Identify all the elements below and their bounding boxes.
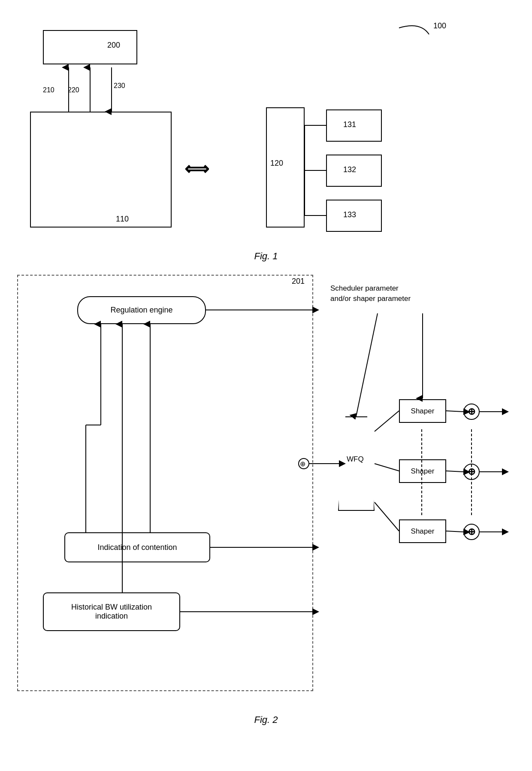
scheduler-param-label: Scheduler parameter and/or shaper parame…	[330, 284, 411, 303]
plus-3-icon: ⊕	[468, 526, 475, 537]
plus-1-icon: ⊕	[468, 406, 475, 417]
fig2-container: 201 Regulation engine Indication of cont…	[17, 275, 515, 725]
contention-box: Indication of contention	[64, 532, 210, 562]
scheduler-param-text: Scheduler parameter and/or shaper parame…	[330, 283, 425, 304]
label-132: 132	[343, 165, 356, 174]
historical-bw-label: Historical BW utilization indication	[71, 603, 152, 621]
plus-circle-1: ⊕	[463, 404, 480, 420]
box-200	[43, 30, 137, 64]
svg-line-21	[375, 464, 399, 471]
shaper-dotted-line	[421, 429, 422, 515]
label-133: 133	[343, 210, 356, 219]
regulation-engine-box: Regulation engine	[77, 296, 206, 324]
svg-line-22	[375, 502, 399, 531]
svg-line-18	[356, 313, 378, 416]
label-131: 131	[343, 120, 356, 129]
svg-line-20	[375, 411, 399, 431]
shaper-3-box: Shaper	[399, 519, 446, 543]
label-120: 120	[270, 159, 283, 168]
label-200: 200	[107, 41, 120, 50]
page: 100 200 110 120 131 132 133 ⟺	[0, 0, 532, 771]
contention-label: Indication of contention	[97, 543, 177, 552]
svg-line-25	[446, 531, 463, 532]
historical-bw-box: Historical BW utilization indication	[43, 592, 180, 631]
svg-text:230: 230	[114, 82, 125, 89]
svg-text:220: 220	[68, 86, 79, 94]
shaper-2-box: Shaper	[399, 459, 446, 483]
shaper-1-label: Shaper	[411, 407, 435, 416]
regulation-engine-label: Regulation engine	[110, 306, 172, 315]
svg-line-24	[446, 471, 463, 472]
wfq-label: WFQ	[347, 455, 364, 464]
label-110: 110	[116, 215, 129, 224]
plus-dotted-line	[471, 429, 472, 515]
fig1-caption: Fig. 1	[254, 251, 278, 262]
svg-text:210: 210	[43, 86, 54, 94]
box-110	[30, 112, 172, 228]
svg-line-23	[446, 411, 463, 412]
shaper-3-label: Shaper	[411, 527, 435, 536]
fig1-container: 100 200 110 120 131 132 133 ⟺	[17, 17, 515, 266]
plus-circle-3: ⊕	[463, 524, 480, 540]
shaper-2-label: Shaper	[411, 467, 435, 476]
label-100: 100	[433, 21, 446, 30]
fig2-caption: Fig. 2	[254, 714, 278, 725]
shaper-1-box: Shaper	[399, 399, 446, 423]
double-arrow-icon: ⟺	[184, 159, 209, 179]
label-201: 201	[292, 277, 305, 286]
wfq-box	[338, 416, 375, 511]
